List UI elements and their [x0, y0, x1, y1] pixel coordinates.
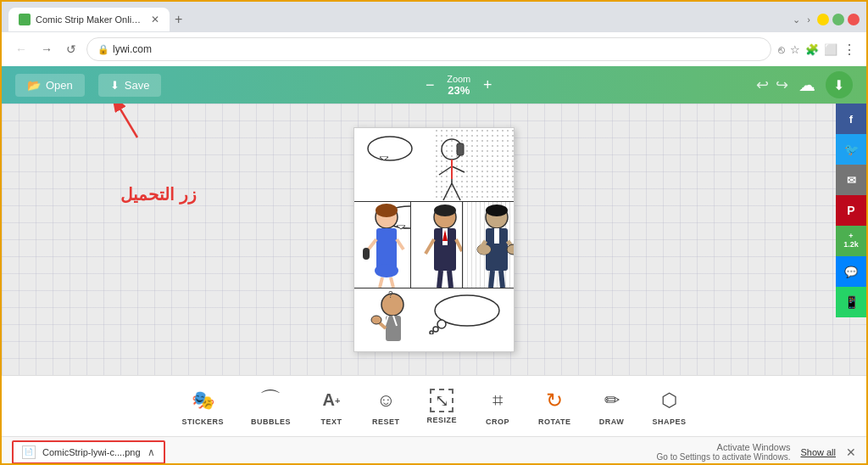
- file-icon: 📄: [22, 445, 36, 459]
- svg-line-32: [439, 271, 441, 288]
- shapes-icon: ⬡: [656, 387, 683, 414]
- active-tab[interactable]: Comic Strip Maker Online & Fre... ✕: [8, 8, 170, 31]
- open-icon: 📂: [27, 79, 41, 92]
- extension-icon[interactable]: 🧩: [805, 43, 819, 56]
- text-tool[interactable]: A+ TEXT: [318, 387, 345, 426]
- svg-rect-20: [363, 248, 370, 260]
- whatsapp-button[interactable]: 📱: [836, 287, 866, 317]
- tab-close-button[interactable]: ✕: [151, 14, 159, 25]
- rotate-icon: ↻: [541, 387, 568, 414]
- messenger-button[interactable]: 💬: [836, 256, 866, 287]
- zoom-control: − Zoom 23% +: [420, 74, 498, 97]
- download-file-item[interactable]: 📄 ComicStrip-lywi-c....png ∧: [12, 440, 165, 464]
- open-label: Open: [46, 79, 73, 92]
- svg-line-8: [452, 166, 465, 172]
- minimize-button[interactable]: [817, 14, 829, 25]
- save-icon: ⬇: [110, 79, 120, 92]
- download-button[interactable]: ⬇: [826, 71, 853, 98]
- comic-panel-middle-center: [411, 202, 463, 288]
- svg-line-21: [397, 239, 403, 249]
- chevron-icon: ⌄: [793, 14, 800, 25]
- canvas-area[interactable]: زر التحميل: [2, 104, 866, 375]
- zoom-value: 23%: [447, 84, 470, 97]
- bottom-toolbar: 🎭 STICKERS ⌒ BUBBLES A+ TEXT ☺ RESET ⤡ R…: [2, 375, 866, 436]
- main-area: زر التحميل: [2, 104, 866, 375]
- address-bar: ← → ↺ 🔒 lywi.com ⎋ ☆ 🧩 ⬜ ⋮: [2, 32, 866, 66]
- annotation-text: زر التحميل: [120, 185, 197, 204]
- back-button[interactable]: ←: [12, 41, 31, 58]
- tab-title: Comic Strip Maker Online & Fre...: [36, 14, 146, 25]
- stickers-icon: 🎭: [189, 387, 216, 414]
- whatsapp-icon: 📱: [844, 295, 859, 309]
- share-icon[interactable]: ⎋: [778, 43, 785, 56]
- pinterest-button[interactable]: P: [836, 195, 866, 226]
- undo-redo-group: ↩ ↪: [756, 76, 788, 94]
- text-label: TEXT: [320, 417, 342, 426]
- add-share-button[interactable]: +1.2k: [836, 226, 866, 256]
- svg-point-35: [486, 204, 508, 216]
- annotation-group: زر التحميل: [61, 137, 137, 158]
- bubbles-tool[interactable]: ⌒ BUBBLES: [251, 387, 291, 426]
- twitter-icon: 🐦: [844, 143, 859, 156]
- crop-icon: ⌗: [484, 387, 511, 414]
- shapes-tool[interactable]: ⬡ SHAPES: [653, 387, 687, 426]
- status-close-button[interactable]: ✕: [846, 445, 856, 459]
- svg-line-30: [426, 239, 434, 254]
- comic-panel-top: [354, 128, 514, 203]
- stickers-label: STICKERS: [181, 417, 224, 426]
- resize-label: RESIZE: [426, 416, 457, 424]
- crop-label: CROP: [486, 417, 509, 426]
- comic-panel-middle-right: [463, 202, 514, 288]
- shapes-label: SHAPES: [653, 417, 687, 426]
- svg-point-26: [434, 204, 456, 216]
- pinterest-label: P: [847, 204, 854, 217]
- forward-button[interactable]: →: [37, 41, 56, 58]
- menu-button[interactable]: ⋮: [843, 42, 856, 58]
- svg-rect-11: [457, 143, 464, 155]
- url-input[interactable]: 🔒 lywi.com: [86, 37, 771, 61]
- text-icon: A+: [318, 387, 345, 414]
- rotate-tool[interactable]: ↻ ROTATE: [538, 387, 571, 426]
- draw-label: DRAW: [599, 417, 625, 426]
- window-icon[interactable]: ⬜: [824, 43, 837, 56]
- open-button[interactable]: 📂 Open: [15, 74, 85, 97]
- save-button[interactable]: ⬇ Save: [98, 74, 162, 97]
- add-share-label: +1.2k: [843, 232, 859, 249]
- tab-favicon: [19, 14, 31, 25]
- zoom-minus-button[interactable]: −: [420, 75, 440, 95]
- facebook-button[interactable]: f: [836, 104, 866, 134]
- svg-line-10: [452, 183, 460, 200]
- cloud-button[interactable]: ☁: [798, 75, 815, 95]
- svg-line-7: [439, 166, 452, 175]
- new-tab-button[interactable]: +: [170, 12, 187, 27]
- svg-point-17: [376, 204, 398, 217]
- toolbar-right: ↩ ↪ ☁ ⬇: [756, 71, 853, 98]
- reset-tool[interactable]: ☺ RESET: [372, 387, 400, 426]
- restore-button[interactable]: [832, 14, 844, 25]
- draw-tool[interactable]: ✏ DRAW: [598, 387, 626, 426]
- email-button[interactable]: ✉: [836, 165, 866, 195]
- crop-tool[interactable]: ⌗ CROP: [484, 387, 511, 426]
- file-chevron-icon[interactable]: ∧: [147, 446, 155, 458]
- svg-line-9: [443, 183, 452, 200]
- show-all-button[interactable]: Show all: [800, 447, 836, 457]
- stickers-tool[interactable]: 🎭 STICKERS: [181, 387, 224, 426]
- character-1-icon: [354, 128, 515, 204]
- zoom-plus-button[interactable]: +: [477, 75, 498, 95]
- social-sidebar: f 🐦 ✉ P +1.2k 💬 📱: [836, 104, 866, 375]
- redo-button[interactable]: ↪: [776, 76, 788, 94]
- reload-button[interactable]: ↺: [63, 41, 80, 58]
- resize-tool[interactable]: ⤡ RESIZE: [426, 389, 457, 424]
- close-button[interactable]: [848, 14, 860, 25]
- bubbles-label: BUBBLES: [251, 417, 291, 426]
- undo-button[interactable]: ↩: [756, 76, 769, 94]
- svg-rect-37: [494, 228, 499, 244]
- comic-panel-middle-left: [354, 202, 411, 288]
- window-controls: ⌄ ›: [793, 14, 860, 25]
- svg-line-31: [456, 239, 462, 251]
- svg-line-1: [112, 104, 137, 137]
- draw-icon: ✏: [598, 387, 626, 414]
- twitter-button[interactable]: 🐦: [836, 134, 866, 165]
- bookmark-icon[interactable]: ☆: [790, 43, 800, 56]
- svg-rect-51: [386, 316, 401, 341]
